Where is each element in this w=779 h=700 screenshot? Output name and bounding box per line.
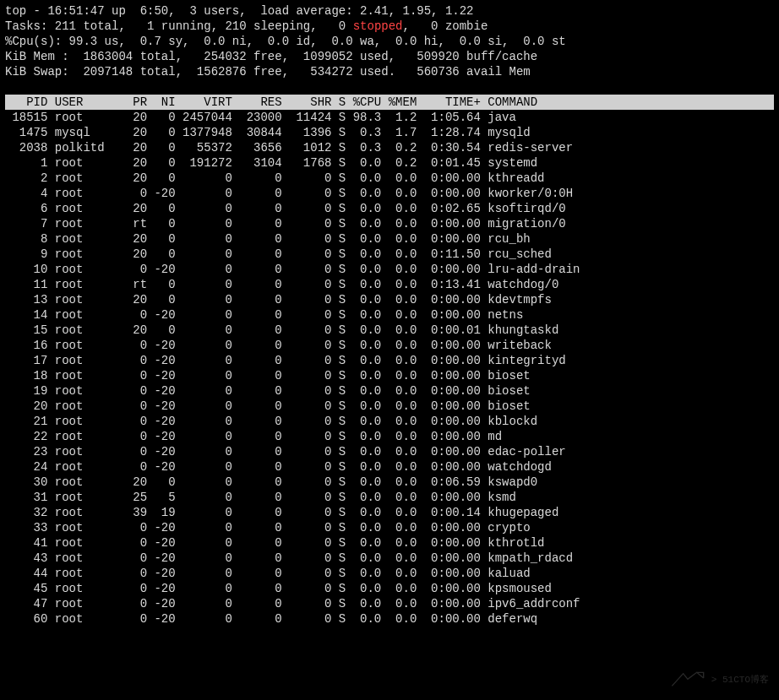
summary-line-swap: KiB Swap: 2097148 total, 1562876 free, 5… bbox=[5, 64, 774, 79]
process-row[interactable]: 18 root 0 -20 0 0 0 S 0.0 0.0 0:00.00 bi… bbox=[5, 368, 774, 383]
process-row[interactable]: 23 root 0 -20 0 0 0 S 0.0 0.0 0:00.00 ed… bbox=[5, 444, 774, 459]
watermark: > 51CTO博客 bbox=[669, 671, 769, 688]
process-list[interactable]: 18515 root 20 0 2457044 23000 11424 S 98… bbox=[5, 110, 774, 627]
process-row[interactable]: 8 root 20 0 0 0 0 S 0.0 0.0 0:00.00 rcu_… bbox=[5, 231, 774, 247]
process-row[interactable]: 33 root 0 -20 0 0 0 S 0.0 0.0 0:00.00 cr… bbox=[5, 520, 774, 535]
process-row[interactable]: 15 root 20 0 0 0 0 S 0.0 0.0 0:00.01 khu… bbox=[5, 323, 774, 338]
summary-line-uptime: top - 16:51:47 up 6:50, 3 users, load av… bbox=[5, 3, 774, 19]
process-row[interactable]: 2038 polkitd 20 0 55372 3656 1012 S 0.3 … bbox=[5, 140, 774, 155]
process-row[interactable]: 45 root 0 -20 0 0 0 S 0.0 0.0 0:00.00 kp… bbox=[5, 581, 774, 596]
process-row[interactable]: 2 root 20 0 0 0 0 S 0.0 0.0 0:00.00 kthr… bbox=[5, 171, 774, 186]
process-row[interactable]: 22 root 0 -20 0 0 0 S 0.0 0.0 0:00.00 md bbox=[5, 429, 774, 444]
watermark-logo-icon bbox=[669, 671, 706, 688]
process-row[interactable]: 6 root 20 0 0 0 0 S 0.0 0.0 0:02.65 ksof… bbox=[5, 201, 774, 216]
process-row[interactable]: 9 root 20 0 0 0 0 S 0.0 0.0 0:11.50 rcu_… bbox=[5, 247, 774, 262]
process-row[interactable]: 32 root 39 19 0 0 0 S 0.0 0.0 0:00.14 kh… bbox=[5, 505, 774, 520]
process-row[interactable]: 19 root 0 -20 0 0 0 S 0.0 0.0 0:00.00 bi… bbox=[5, 383, 774, 399]
process-row[interactable]: 10 root 0 -20 0 0 0 S 0.0 0.0 0:00.00 lr… bbox=[5, 262, 774, 277]
summary-line-tasks: Tasks: 211 total, 1 running, 210 sleepin… bbox=[5, 19, 774, 34]
watermark-text: > 51CTO博客 bbox=[711, 672, 769, 687]
process-row[interactable]: 41 root 0 -20 0 0 0 S 0.0 0.0 0:00.00 kt… bbox=[5, 535, 774, 551]
blank-line bbox=[5, 79, 774, 95]
summary-line-cpu: %Cpu(s): 99.3 us, 0.7 sy, 0.0 ni, 0.0 id… bbox=[5, 34, 774, 49]
summary-line-mem: KiB Mem : 1863004 total, 254032 free, 10… bbox=[5, 49, 774, 64]
process-row[interactable]: 13 root 20 0 0 0 0 S 0.0 0.0 0:00.00 kde… bbox=[5, 292, 774, 307]
process-row[interactable]: 1 root 20 0 191272 3104 1768 S 0.0 0.2 0… bbox=[5, 155, 774, 171]
process-row[interactable]: 18515 root 20 0 2457044 23000 11424 S 98… bbox=[5, 110, 774, 125]
process-row[interactable]: 1475 mysql 20 0 1377948 30844 1396 S 0.3… bbox=[5, 125, 774, 140]
process-row[interactable]: 30 root 20 0 0 0 0 S 0.0 0.0 0:06.59 ksw… bbox=[5, 475, 774, 490]
process-row[interactable]: 60 root 0 -20 0 0 0 S 0.0 0.0 0:00.00 de… bbox=[5, 611, 774, 627]
process-row[interactable]: 16 root 0 -20 0 0 0 S 0.0 0.0 0:00.00 wr… bbox=[5, 338, 774, 353]
tasks-b: , 0 zombie bbox=[402, 19, 488, 33]
tasks-stopped: stopped bbox=[353, 19, 403, 33]
process-row[interactable]: 21 root 0 -20 0 0 0 S 0.0 0.0 0:00.00 kb… bbox=[5, 414, 774, 429]
process-row[interactable]: 20 root 0 -20 0 0 0 S 0.0 0.0 0:00.00 bi… bbox=[5, 399, 774, 414]
tasks-a: Tasks: 211 total, 1 running, 210 sleepin… bbox=[5, 19, 353, 33]
process-row[interactable]: 44 root 0 -20 0 0 0 S 0.0 0.0 0:00.00 ka… bbox=[5, 566, 774, 581]
terminal-window[interactable]: top - 16:51:47 up 6:50, 3 users, load av… bbox=[0, 0, 779, 700]
process-row[interactable]: 31 root 25 5 0 0 0 S 0.0 0.0 0:00.00 ksm… bbox=[5, 490, 774, 505]
process-row[interactable]: 24 root 0 -20 0 0 0 S 0.0 0.0 0:00.00 wa… bbox=[5, 459, 774, 475]
process-row[interactable]: 14 root 0 -20 0 0 0 S 0.0 0.0 0:00.00 ne… bbox=[5, 307, 774, 323]
process-row[interactable]: 43 root 0 -20 0 0 0 S 0.0 0.0 0:00.00 km… bbox=[5, 551, 774, 566]
process-row[interactable]: 11 root rt 0 0 0 0 S 0.0 0.0 0:13.41 wat… bbox=[5, 277, 774, 292]
process-row[interactable]: 4 root 0 -20 0 0 0 S 0.0 0.0 0:00.00 kwo… bbox=[5, 186, 774, 201]
process-row[interactable]: 17 root 0 -20 0 0 0 S 0.0 0.0 0:00.00 ki… bbox=[5, 353, 774, 368]
column-header-row[interactable]: PID USER PR NI VIRT RES SHR S %CPU %MEM … bbox=[5, 95, 774, 110]
process-row[interactable]: 47 root 0 -20 0 0 0 S 0.0 0.0 0:00.00 ip… bbox=[5, 596, 774, 611]
process-row[interactable]: 7 root rt 0 0 0 0 S 0.0 0.0 0:00.00 migr… bbox=[5, 216, 774, 231]
